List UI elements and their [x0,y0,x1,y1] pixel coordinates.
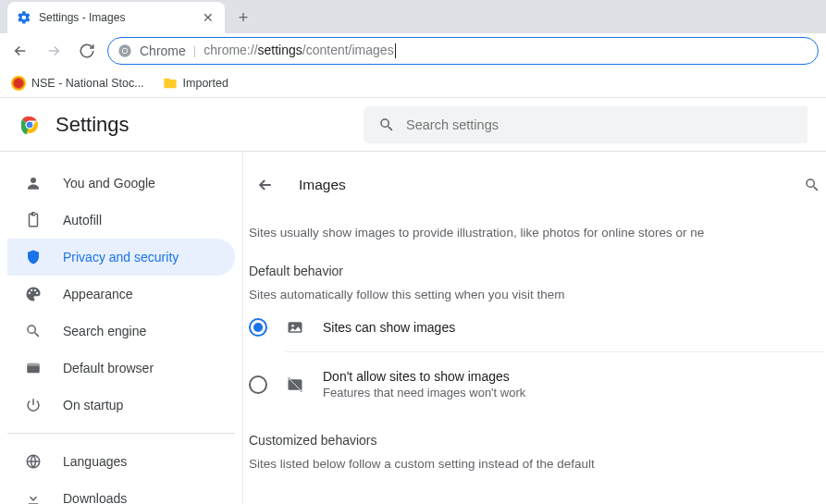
tab-title: Settings - Images [39,11,193,24]
back-button[interactable] [7,38,33,64]
image-icon [286,318,304,337]
sidebar-item-you-and-google[interactable]: You and Google [7,165,235,202]
settings-title: Settings [55,113,129,137]
clipboard-icon [24,212,43,228]
bookmark-nse[interactable]: NSE - National Stoc... [11,76,144,91]
page-title: Images [299,177,346,193]
settings-header: Settings [0,98,826,152]
sidebar-item-privacy-security[interactable]: Privacy and security [7,239,235,276]
folder-icon [163,76,178,91]
gear-icon [17,10,31,25]
download-icon [24,490,43,504]
power-icon [24,397,43,413]
settings-sidebar: You and Google Autofill Privacy and secu… [0,152,242,504]
tab-strip: Settings - Images ✕ + [0,0,826,33]
bookmark-imported[interactable]: Imported [163,76,228,91]
sidebar-item-languages[interactable]: Languages [7,443,235,480]
shield-icon [24,249,43,265]
radio-button[interactable] [249,318,267,337]
person-icon [24,175,43,191]
section-default-behavior: Default behavior [245,240,824,278]
palette-icon [24,286,43,302]
radio-button[interactable] [249,375,267,394]
svg-point-11 [291,325,294,327]
globe-icon [24,453,43,470]
chrome-logo-icon [18,114,41,136]
page-description: Sites usually show images to provide ill… [245,202,824,240]
bookmarks-bar: NSE - National Stoc... Imported [0,68,826,98]
section-default-behavior-sub: Sites automatically follow this setting … [245,278,824,301]
search-icon [378,117,395,133]
radio-block-images[interactable]: Don't allow sites to show images Feature… [245,352,824,400]
sidebar-item-on-startup[interactable]: On startup [7,387,235,424]
svg-rect-8 [27,363,40,366]
settings-search-input[interactable] [406,117,793,132]
settings-search[interactable] [364,106,808,143]
search-icon [24,323,43,339]
browser-toolbar: Chrome | chrome://settings/content/image… [0,33,826,68]
address-bar[interactable]: Chrome | chrome://settings/content/image… [107,37,819,65]
bookmark-icon [11,76,26,91]
url-chip: Chrome [140,43,186,58]
browser-icon [24,360,43,376]
new-tab-button[interactable]: + [230,5,256,31]
radio-allow-images[interactable]: Sites can show images [245,301,824,337]
page-back-button[interactable] [249,168,282,202]
url-text: chrome://settings/content/images [203,43,395,58]
section-customized-behaviors-sub: Sites listed below follow a custom setti… [245,448,824,471]
sidebar-item-appearance[interactable]: Appearance [7,276,235,313]
sidebar-item-downloads[interactable]: Downloads [7,480,235,504]
reload-button[interactable] [74,38,100,64]
image-off-icon [286,375,304,394]
close-icon[interactable]: ✕ [201,10,216,25]
chrome-icon [117,43,132,58]
browser-tab[interactable]: Settings - Images ✕ [7,2,225,33]
settings-main: Images Sites usually show images to prov… [242,152,826,504]
forward-button[interactable] [41,38,67,64]
sidebar-item-default-browser[interactable]: Default browser [7,350,235,387]
search-icon[interactable] [804,177,824,193]
svg-point-2 [123,48,128,53]
sidebar-item-search-engine[interactable]: Search engine [7,313,235,350]
svg-point-6 [31,178,36,183]
sidebar-item-autofill[interactable]: Autofill [7,202,235,239]
section-customized-behaviors: Customized behaviors [245,400,824,448]
